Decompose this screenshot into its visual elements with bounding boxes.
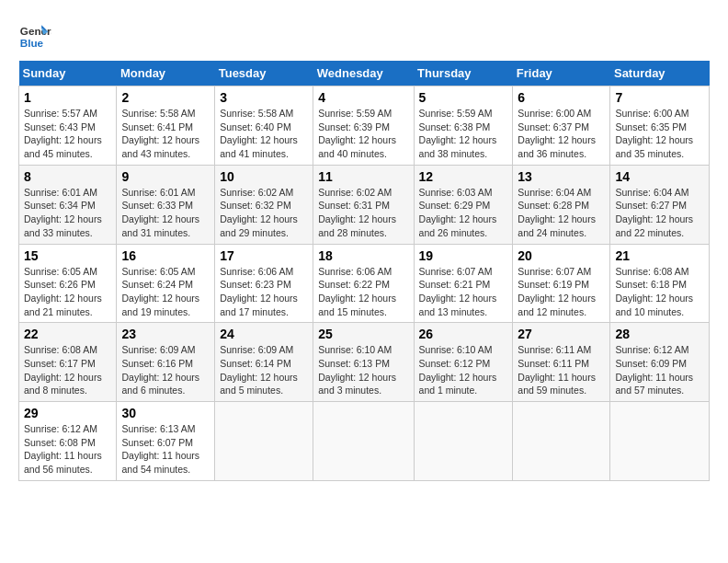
day-number: 23 bbox=[121, 327, 210, 341]
svg-text:Blue: Blue bbox=[20, 37, 44, 49]
calendar-cell: 19 Sunrise: 6:07 AMSunset: 6:21 PMDaylig… bbox=[414, 244, 513, 323]
day-number: 16 bbox=[121, 248, 210, 263]
day-number: 7 bbox=[615, 90, 704, 105]
day-info: Sunrise: 6:05 AMSunset: 6:26 PMDaylight:… bbox=[24, 266, 102, 317]
day-number: 18 bbox=[318, 248, 408, 263]
day-number: 19 bbox=[419, 248, 508, 263]
day-number: 6 bbox=[518, 90, 605, 105]
day-number: 13 bbox=[518, 169, 605, 184]
calendar-week-2: 8 Sunrise: 6:01 AMSunset: 6:34 PMDayligh… bbox=[19, 165, 710, 244]
day-number: 3 bbox=[220, 90, 308, 105]
calendar-cell bbox=[513, 402, 610, 481]
day-info: Sunrise: 5:59 AMSunset: 6:39 PMDaylight:… bbox=[318, 108, 396, 159]
calendar-cell: 22 Sunrise: 6:08 AMSunset: 6:17 PMDaylig… bbox=[19, 323, 117, 402]
day-info: Sunrise: 5:59 AMSunset: 6:38 PMDaylight:… bbox=[419, 108, 497, 159]
day-info: Sunrise: 5:57 AMSunset: 6:43 PMDaylight:… bbox=[24, 108, 102, 159]
day-info: Sunrise: 6:07 AMSunset: 6:19 PMDaylight:… bbox=[518, 266, 596, 317]
calendar-table: SundayMondayTuesdayWednesdayThursdayFrid… bbox=[18, 61, 710, 481]
day-info: Sunrise: 6:12 AMSunset: 6:08 PMDaylight:… bbox=[24, 423, 102, 475]
day-number: 29 bbox=[24, 406, 111, 420]
day-number: 21 bbox=[615, 248, 704, 263]
calendar-cell bbox=[414, 402, 513, 481]
calendar-cell: 20 Sunrise: 6:07 AMSunset: 6:19 PMDaylig… bbox=[513, 244, 610, 323]
header-monday: Monday bbox=[117, 61, 215, 86]
calendar-cell: 7 Sunrise: 6:00 AMSunset: 6:35 PMDayligh… bbox=[610, 86, 710, 166]
calendar-cell: 23 Sunrise: 6:09 AMSunset: 6:16 PMDaylig… bbox=[117, 323, 215, 402]
calendar-cell bbox=[215, 402, 313, 481]
header-wednesday: Wednesday bbox=[313, 61, 414, 86]
day-number: 8 bbox=[24, 169, 111, 184]
day-info: Sunrise: 6:08 AMSunset: 6:17 PMDaylight:… bbox=[24, 344, 102, 396]
calendar-cell: 24 Sunrise: 6:09 AMSunset: 6:14 PMDaylig… bbox=[215, 323, 313, 402]
day-number: 30 bbox=[121, 406, 210, 420]
day-info: Sunrise: 6:13 AMSunset: 6:07 PMDaylight:… bbox=[121, 423, 199, 475]
day-number: 28 bbox=[615, 327, 704, 341]
header-thursday: Thursday bbox=[414, 61, 513, 86]
calendar-header-row: SundayMondayTuesdayWednesdayThursdayFrid… bbox=[19, 61, 710, 86]
calendar-cell: 12 Sunrise: 6:03 AMSunset: 6:29 PMDaylig… bbox=[414, 165, 513, 244]
calendar-cell bbox=[610, 402, 710, 481]
calendar-cell: 16 Sunrise: 6:05 AMSunset: 6:24 PMDaylig… bbox=[117, 244, 215, 323]
day-number: 9 bbox=[121, 169, 210, 184]
day-info: Sunrise: 6:04 AMSunset: 6:27 PMDaylight:… bbox=[615, 187, 693, 238]
calendar-cell: 25 Sunrise: 6:10 AMSunset: 6:13 PMDaylig… bbox=[313, 323, 414, 402]
day-number: 4 bbox=[318, 90, 408, 105]
day-info: Sunrise: 6:11 AMSunset: 6:11 PMDaylight:… bbox=[518, 344, 596, 396]
day-info: Sunrise: 6:01 AMSunset: 6:33 PMDaylight:… bbox=[121, 187, 199, 238]
day-info: Sunrise: 6:07 AMSunset: 6:21 PMDaylight:… bbox=[419, 266, 497, 317]
day-info: Sunrise: 6:00 AMSunset: 6:35 PMDaylight:… bbox=[615, 108, 693, 159]
calendar-cell: 11 Sunrise: 6:02 AMSunset: 6:31 PMDaylig… bbox=[313, 165, 414, 244]
day-number: 11 bbox=[318, 169, 408, 184]
day-info: Sunrise: 6:03 AMSunset: 6:29 PMDaylight:… bbox=[419, 187, 497, 238]
calendar-cell: 15 Sunrise: 6:05 AMSunset: 6:26 PMDaylig… bbox=[19, 244, 117, 323]
day-number: 22 bbox=[24, 327, 111, 341]
calendar-cell: 13 Sunrise: 6:04 AMSunset: 6:28 PMDaylig… bbox=[513, 165, 610, 244]
day-info: Sunrise: 6:02 AMSunset: 6:32 PMDaylight:… bbox=[220, 187, 298, 238]
calendar-cell: 27 Sunrise: 6:11 AMSunset: 6:11 PMDaylig… bbox=[513, 323, 610, 402]
day-info: Sunrise: 6:09 AMSunset: 6:14 PMDaylight:… bbox=[220, 344, 298, 396]
header-sunday: Sunday bbox=[19, 61, 117, 86]
day-number: 24 bbox=[220, 327, 308, 341]
calendar-cell: 17 Sunrise: 6:06 AMSunset: 6:23 PMDaylig… bbox=[215, 244, 313, 323]
calendar-cell: 9 Sunrise: 6:01 AMSunset: 6:33 PMDayligh… bbox=[117, 165, 215, 244]
day-info: Sunrise: 6:05 AMSunset: 6:24 PMDaylight:… bbox=[121, 266, 199, 317]
calendar-cell: 26 Sunrise: 6:10 AMSunset: 6:12 PMDaylig… bbox=[414, 323, 513, 402]
day-number: 17 bbox=[220, 248, 308, 263]
calendar-cell: 2 Sunrise: 5:58 AMSunset: 6:41 PMDayligh… bbox=[117, 86, 215, 166]
day-info: Sunrise: 6:09 AMSunset: 6:16 PMDaylight:… bbox=[121, 344, 199, 396]
day-info: Sunrise: 6:00 AMSunset: 6:37 PMDaylight:… bbox=[518, 108, 596, 159]
header-tuesday: Tuesday bbox=[215, 61, 313, 86]
day-info: Sunrise: 6:10 AMSunset: 6:12 PMDaylight:… bbox=[419, 344, 497, 396]
calendar-cell: 6 Sunrise: 6:00 AMSunset: 6:37 PMDayligh… bbox=[513, 86, 610, 166]
day-info: Sunrise: 5:58 AMSunset: 6:40 PMDaylight:… bbox=[220, 108, 298, 159]
day-info: Sunrise: 6:01 AMSunset: 6:34 PMDaylight:… bbox=[24, 187, 102, 238]
header-friday: Friday bbox=[513, 61, 610, 86]
calendar-week-3: 15 Sunrise: 6:05 AMSunset: 6:26 PMDaylig… bbox=[19, 244, 710, 323]
day-number: 5 bbox=[419, 90, 508, 105]
calendar-cell: 29 Sunrise: 6:12 AMSunset: 6:08 PMDaylig… bbox=[19, 402, 117, 481]
calendar-cell: 8 Sunrise: 6:01 AMSunset: 6:34 PMDayligh… bbox=[19, 165, 117, 244]
day-info: Sunrise: 6:06 AMSunset: 6:22 PMDaylight:… bbox=[318, 266, 396, 317]
header-saturday: Saturday bbox=[610, 61, 710, 86]
day-number: 1 bbox=[24, 90, 111, 105]
calendar-week-4: 22 Sunrise: 6:08 AMSunset: 6:17 PMDaylig… bbox=[19, 323, 710, 402]
day-info: Sunrise: 6:02 AMSunset: 6:31 PMDaylight:… bbox=[318, 187, 396, 238]
day-number: 2 bbox=[121, 90, 210, 105]
day-number: 25 bbox=[318, 327, 408, 341]
day-info: Sunrise: 6:04 AMSunset: 6:28 PMDaylight:… bbox=[518, 187, 596, 238]
day-info: Sunrise: 5:58 AMSunset: 6:41 PMDaylight:… bbox=[121, 108, 199, 159]
day-info: Sunrise: 6:06 AMSunset: 6:23 PMDaylight:… bbox=[220, 266, 298, 317]
day-info: Sunrise: 6:08 AMSunset: 6:18 PMDaylight:… bbox=[615, 266, 693, 317]
logo: General Blue bbox=[18, 18, 55, 52]
calendar-cell: 1 Sunrise: 5:57 AMSunset: 6:43 PMDayligh… bbox=[19, 86, 117, 166]
logo-icon: General Blue bbox=[18, 18, 51, 52]
calendar-week-5: 29 Sunrise: 6:12 AMSunset: 6:08 PMDaylig… bbox=[19, 402, 710, 481]
day-number: 26 bbox=[419, 327, 508, 341]
calendar-cell: 18 Sunrise: 6:06 AMSunset: 6:22 PMDaylig… bbox=[313, 244, 414, 323]
day-number: 20 bbox=[518, 248, 605, 263]
day-number: 14 bbox=[615, 169, 704, 184]
calendar-cell: 21 Sunrise: 6:08 AMSunset: 6:18 PMDaylig… bbox=[610, 244, 710, 323]
day-number: 27 bbox=[518, 327, 605, 341]
calendar-week-1: 1 Sunrise: 5:57 AMSunset: 6:43 PMDayligh… bbox=[19, 86, 710, 166]
day-number: 10 bbox=[220, 169, 308, 184]
